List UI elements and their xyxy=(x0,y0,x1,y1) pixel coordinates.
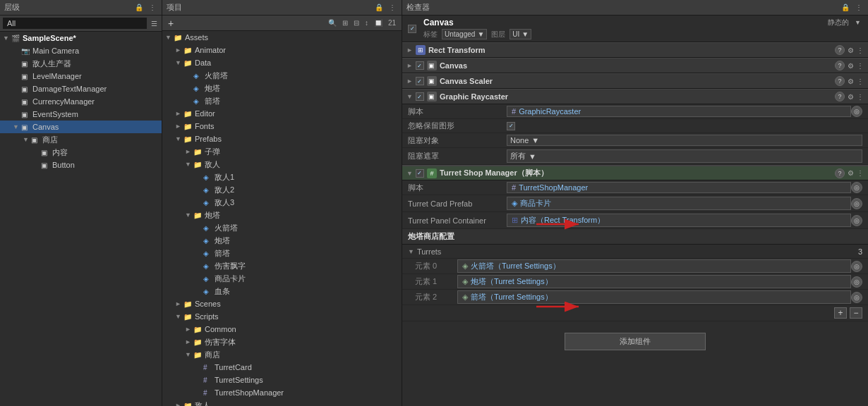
gr-ignore-checkbox[interactable]: ✓ xyxy=(507,122,515,130)
hierarchy-item-event-system[interactable]: ▣ EventSystem xyxy=(0,108,162,121)
inspector-more-icon[interactable]: ⋮ xyxy=(854,3,864,12)
tag-dropdown[interactable]: Untagged ▼ xyxy=(442,29,487,39)
canvas-comp-settings[interactable]: ⚙ xyxy=(848,62,854,70)
gr-settings[interactable]: ⚙ xyxy=(848,93,854,101)
turret-card-prefab-circle-btn[interactable]: ◎ xyxy=(851,198,862,209)
gr-checkbox[interactable]: ✓ xyxy=(416,92,424,101)
cs-checkbox[interactable]: ✓ xyxy=(416,77,424,85)
add-component-btn[interactable]: 添加组件 xyxy=(565,333,706,350)
project-item-turret-card-script[interactable]: # TurretCard xyxy=(162,361,402,374)
rect-transform-header[interactable]: ► ⊞ Rect Transform ? ⚙ ⋮ xyxy=(402,42,868,58)
tsm-overflow[interactable]: ⋮ xyxy=(857,169,864,177)
cs-settings[interactable]: ⚙ xyxy=(848,78,854,85)
elem-1-circle-btn[interactable]: ◎ xyxy=(851,276,862,288)
elem-0-value[interactable]: ◈ 火箭塔（Turret Settings） xyxy=(457,259,851,273)
project-item-tsm-script[interactable]: # TurretShopManager xyxy=(162,386,402,399)
layer-dropdown[interactable]: UI ▼ xyxy=(510,29,531,39)
tsm-script-value[interactable]: # TurretShopManager xyxy=(507,182,851,193)
project-item-cannon-t[interactable]: ◈ 炮塔 xyxy=(162,234,402,247)
gr-script-circle-btn[interactable]: ◎ xyxy=(851,106,862,117)
inspector-lock-icon[interactable]: 🔒 xyxy=(840,3,851,12)
project-lock-icon[interactable]: 🔒 xyxy=(373,3,385,12)
cs-help[interactable]: ? xyxy=(835,76,845,86)
gr-header[interactable]: ▼ ✓ ▣ Graphic Raycaster ? ⚙ ⋮ xyxy=(402,89,868,104)
project-item-animator[interactable]: ► 📁 Animator xyxy=(162,44,402,56)
turrets-toggle[interactable]: ▼ xyxy=(408,248,414,255)
hierarchy-item-damage-text[interactable]: ▣ DamageTextManager xyxy=(0,82,162,95)
project-icon4[interactable]: 🔲 xyxy=(373,18,384,27)
project-item-scenes[interactable]: ► 📁 Scenes xyxy=(162,297,402,310)
rt-help-btn[interactable]: ? xyxy=(835,45,845,55)
canvas-comp-checkbox[interactable]: ✓ xyxy=(416,61,424,70)
elem-2-value[interactable]: ◈ 箭塔（Turret Settings） xyxy=(457,290,851,304)
project-item-editor[interactable]: ► 📁 Editor xyxy=(162,107,402,120)
project-item-damage-font[interactable]: ► 📁 伤害字体 xyxy=(162,336,402,348)
elem-0-circle-btn[interactable]: ◎ xyxy=(851,261,862,272)
project-item-enemy1[interactable]: ◈ 敌人1 xyxy=(162,171,402,183)
project-item-arrow-t2[interactable]: ◈ 箭塔 xyxy=(162,247,402,259)
tsm-help[interactable]: ? xyxy=(835,168,845,178)
project-search-icon[interactable]: 🔍 xyxy=(327,18,338,27)
project-item-turret-folder[interactable]: ▼ 📁 炮塔 xyxy=(162,209,402,221)
gr-mask-dropdown[interactable]: 所有▼ xyxy=(507,149,862,163)
canvas-active-checkbox[interactable]: ✓ xyxy=(408,25,416,33)
project-item-shop-card[interactable]: ◈ 商品卡片 xyxy=(162,272,402,285)
project-item-data[interactable]: ▼ 📁 Data xyxy=(162,56,402,69)
hierarchy-more-icon[interactable]: ⋮ xyxy=(147,3,157,12)
tsm-script-circle-btn[interactable]: ◎ xyxy=(851,182,862,193)
project-add-btn[interactable]: + xyxy=(167,17,175,30)
project-item-shop-scripts[interactable]: ▼ 📁 商店 xyxy=(162,348,402,361)
hierarchy-item-canvas[interactable]: ▼ ▣ Canvas xyxy=(0,121,162,133)
cs-overflow[interactable]: ⋮ xyxy=(857,78,864,85)
canvas-comp-help[interactable]: ? xyxy=(835,61,845,70)
hierarchy-item-level-manager[interactable]: ▣ LevelManager xyxy=(0,70,162,82)
project-item-enemy-s[interactable]: ► 📁 敌人 xyxy=(162,399,402,406)
canvas-comp-header[interactable]: ► ✓ ▣ Canvas ? ⚙ ⋮ xyxy=(402,58,868,73)
elem-1-value[interactable]: ◈ 炮塔（Turret Settings） xyxy=(457,275,851,288)
turret-panel-value[interactable]: ⊞ 内容（Rect Transform） xyxy=(507,214,851,227)
project-item-rocket[interactable]: ◈ 火箭塔 xyxy=(162,69,402,82)
add-element-btn[interactable]: + xyxy=(834,307,847,319)
project-icon3[interactable]: ↕ xyxy=(363,18,370,27)
gr-script-value[interactable]: # GraphicRaycaster xyxy=(507,106,851,117)
gr-overflow[interactable]: ⋮ xyxy=(857,93,864,101)
gr-help[interactable]: ? xyxy=(835,92,845,102)
gr-block-dropdown[interactable]: None▼ xyxy=(507,135,862,146)
project-item-enemy-folder[interactable]: ▼ 📁 敌人 xyxy=(162,158,402,171)
hierarchy-item-content[interactable]: ▣ 内容 xyxy=(0,146,162,159)
project-item-cannon[interactable]: ◈ 炮塔 xyxy=(162,82,402,94)
project-item-fonts[interactable]: ► 📁 Fonts xyxy=(162,120,402,133)
tsm-settings[interactable]: ⚙ xyxy=(848,169,854,177)
project-item-blood[interactable]: ◈ 血条 xyxy=(162,285,402,297)
hierarchy-item-main-camera[interactable]: 📷 Main Camera xyxy=(0,44,162,57)
project-item-scripts[interactable]: ▼ 📁 Scripts xyxy=(162,310,402,323)
project-item-bullet[interactable]: ► 📁 子弹 xyxy=(162,145,402,158)
project-more-icon[interactable]: ⋮ xyxy=(387,3,397,12)
hierarchy-item-enemy-spawner[interactable]: ▣ 敌人生产器 xyxy=(0,57,162,70)
project-item-assets[interactable]: ▼ 📁 Assets xyxy=(162,31,402,44)
static-dropdown-icon[interactable]: ▼ xyxy=(853,18,862,27)
tsm-checkbox[interactable]: ✓ xyxy=(416,169,424,178)
project-item-rocket-t[interactable]: ◈ 火箭塔 xyxy=(162,221,402,234)
turret-panel-circle-btn[interactable]: ◎ xyxy=(851,215,862,226)
project-item-enemy3[interactable]: ◈ 敌人3 xyxy=(162,196,402,209)
tsm-header[interactable]: ▼ ✓ # Turret Shop Manager（脚本） ? ⚙ ⋮ xyxy=(402,165,868,180)
hierarchy-lock-icon[interactable]: 🔒 xyxy=(133,3,145,12)
canvas-scaler-header[interactable]: ► ✓ ▣ Canvas Scaler ? ⚙ ⋮ xyxy=(402,73,868,89)
rt-overflow-btn[interactable]: ⋮ xyxy=(857,47,864,54)
elem-2-circle-btn[interactable]: ◎ xyxy=(851,292,862,303)
project-item-common[interactable]: ► 📁 Common xyxy=(162,323,402,336)
project-icon1[interactable]: ⊞ xyxy=(341,18,349,27)
remove-element-btn[interactable]: − xyxy=(850,307,862,319)
hierarchy-filter-icon[interactable]: ☰ xyxy=(150,19,159,28)
turret-card-prefab-value[interactable]: ◈ 商品卡片 xyxy=(507,197,851,210)
project-item-turret-settings-script[interactable]: # TurretSettings xyxy=(162,374,402,386)
hierarchy-item-shop[interactable]: ▼ ▣ 商店 xyxy=(0,133,162,146)
project-item-prefabs[interactable]: ▼ 📁 Prefabs xyxy=(162,133,402,145)
hierarchy-search-input[interactable] xyxy=(3,18,147,29)
canvas-comp-overflow[interactable]: ⋮ xyxy=(857,62,864,70)
rt-settings-btn[interactable]: ⚙ xyxy=(848,47,854,54)
project-item-enemy2[interactable]: ◈ 敌人2 xyxy=(162,183,402,196)
hierarchy-item-scene[interactable]: ▼ 🎬 SampleScene* xyxy=(0,32,162,44)
project-icon2[interactable]: ⊟ xyxy=(352,18,361,27)
